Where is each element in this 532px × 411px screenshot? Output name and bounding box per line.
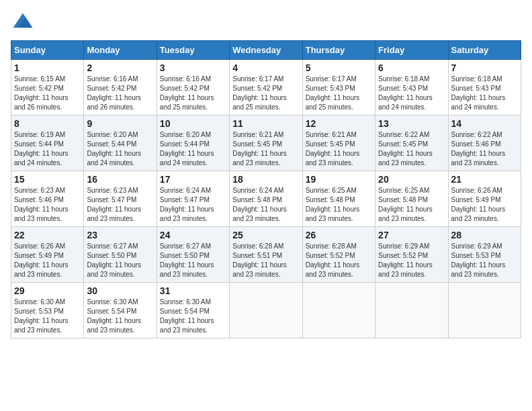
calendar-cell: 30 Sunrise: 6:30 AM Sunset: 5:54 PM Dayl… [84, 283, 157, 338]
day-number: 15 [14, 174, 81, 185]
day-number: 11 [232, 118, 299, 129]
day-info: Sunrise: 6:17 AM Sunset: 5:43 PM Dayligh… [306, 75, 372, 112]
day-info: Sunrise: 6:25 AM Sunset: 5:48 PM Dayligh… [306, 186, 372, 224]
day-info: Sunrise: 6:28 AM Sunset: 5:52 PM Dayligh… [306, 242, 372, 279]
calendar-cell: 5 Sunrise: 6:17 AM Sunset: 5:43 PM Dayli… [302, 60, 375, 116]
day-header-tuesday: Tuesday [157, 41, 229, 60]
day-header-monday: Monday [84, 41, 157, 60]
day-number: 5 [306, 62, 372, 73]
day-info: Sunrise: 6:16 AM Sunset: 5:42 PM Dayligh… [87, 75, 153, 112]
calendar-cell: 8 Sunrise: 6:19 AM Sunset: 5:44 PM Dayli… [11, 116, 84, 171]
day-number: 20 [378, 174, 445, 185]
calendar-cell: 7 Sunrise: 6:18 AM Sunset: 5:43 PM Dayli… [448, 60, 521, 116]
day-number: 16 [87, 174, 153, 185]
day-header-saturday: Saturday [448, 41, 521, 60]
day-info: Sunrise: 6:22 AM Sunset: 5:45 PM Dayligh… [378, 130, 445, 168]
calendar-cell: 16 Sunrise: 6:23 AM Sunset: 5:47 PM Dayl… [84, 171, 157, 227]
calendar-cell: 21 Sunrise: 6:26 AM Sunset: 5:49 PM Dayl… [448, 171, 521, 227]
calendar-cell [375, 283, 448, 338]
calendar-cell: 18 Sunrise: 6:24 AM Sunset: 5:48 PM Dayl… [230, 171, 302, 227]
day-number: 12 [306, 118, 372, 129]
day-info: Sunrise: 6:30 AM Sunset: 5:54 PM Dayligh… [87, 298, 153, 335]
day-info: Sunrise: 6:30 AM Sunset: 5:53 PM Dayligh… [14, 298, 81, 335]
calendar-week-row: 15 Sunrise: 6:23 AM Sunset: 5:46 PM Dayl… [11, 171, 521, 227]
day-number: 17 [160, 174, 226, 185]
day-number: 18 [232, 174, 299, 185]
day-info: Sunrise: 6:15 AM Sunset: 5:42 PM Dayligh… [14, 75, 81, 112]
day-info: Sunrise: 6:27 AM Sunset: 5:50 PM Dayligh… [87, 242, 153, 279]
day-number: 3 [160, 62, 226, 73]
day-number: 25 [232, 230, 299, 240]
calendar-cell: 22 Sunrise: 6:26 AM Sunset: 5:49 PM Dayl… [11, 227, 84, 283]
calendar-cell: 4 Sunrise: 6:17 AM Sunset: 5:42 PM Dayli… [230, 60, 302, 116]
day-number: 6 [378, 62, 445, 73]
day-info: Sunrise: 6:19 AM Sunset: 5:44 PM Dayligh… [14, 130, 81, 168]
calendar-cell: 13 Sunrise: 6:22 AM Sunset: 5:45 PM Dayl… [375, 116, 448, 171]
calendar-header-row: SundayMondayTuesdayWednesdayThursdayFrid… [11, 41, 521, 60]
calendar-cell: 1 Sunrise: 6:15 AM Sunset: 5:42 PM Dayli… [11, 60, 84, 116]
day-info: Sunrise: 6:20 AM Sunset: 5:44 PM Dayligh… [87, 130, 153, 168]
day-number: 4 [232, 62, 299, 73]
calendar-week-row: 22 Sunrise: 6:26 AM Sunset: 5:49 PM Dayl… [11, 227, 521, 283]
calendar-cell: 19 Sunrise: 6:25 AM Sunset: 5:48 PM Dayl… [302, 171, 375, 227]
day-number: 2 [87, 62, 153, 73]
day-info: Sunrise: 6:17 AM Sunset: 5:42 PM Dayligh… [232, 75, 299, 112]
day-number: 10 [160, 118, 226, 129]
day-number: 24 [160, 230, 226, 240]
day-info: Sunrise: 6:30 AM Sunset: 5:54 PM Dayligh… [160, 298, 226, 335]
day-number: 1 [14, 62, 81, 73]
day-info: Sunrise: 6:27 AM Sunset: 5:50 PM Dayligh… [160, 242, 226, 279]
calendar-cell [448, 283, 521, 338]
day-info: Sunrise: 6:20 AM Sunset: 5:44 PM Dayligh… [160, 130, 226, 168]
day-info: Sunrise: 6:22 AM Sunset: 5:46 PM Dayligh… [451, 130, 518, 168]
day-number: 7 [451, 62, 518, 73]
day-number: 13 [378, 118, 445, 129]
calendar-week-row: 8 Sunrise: 6:19 AM Sunset: 5:44 PM Dayli… [11, 116, 521, 171]
calendar-cell: 3 Sunrise: 6:16 AM Sunset: 5:42 PM Dayli… [157, 60, 229, 116]
day-number: 19 [306, 174, 372, 185]
calendar-cell: 25 Sunrise: 6:28 AM Sunset: 5:51 PM Dayl… [230, 227, 302, 283]
day-number: 23 [87, 230, 153, 240]
day-info: Sunrise: 6:16 AM Sunset: 5:42 PM Dayligh… [160, 75, 226, 112]
day-info: Sunrise: 6:18 AM Sunset: 5:43 PM Dayligh… [451, 75, 518, 112]
calendar-cell: 27 Sunrise: 6:29 AM Sunset: 5:52 PM Dayl… [375, 227, 448, 283]
day-info: Sunrise: 6:18 AM Sunset: 5:43 PM Dayligh… [378, 75, 445, 112]
day-info: Sunrise: 6:29 AM Sunset: 5:53 PM Dayligh… [451, 242, 518, 279]
page-header [11, 11, 521, 35]
day-number: 27 [378, 230, 445, 240]
day-number: 31 [160, 285, 226, 296]
calendar-cell: 29 Sunrise: 6:30 AM Sunset: 5:53 PM Dayl… [11, 283, 84, 338]
logo [11, 11, 38, 35]
calendar-cell [302, 283, 375, 338]
day-info: Sunrise: 6:21 AM Sunset: 5:45 PM Dayligh… [306, 130, 372, 168]
day-header-sunday: Sunday [11, 41, 84, 60]
day-number: 22 [14, 230, 81, 240]
day-info: Sunrise: 6:25 AM Sunset: 5:48 PM Dayligh… [378, 186, 445, 224]
day-number: 29 [14, 285, 81, 296]
calendar-week-row: 29 Sunrise: 6:30 AM Sunset: 5:53 PM Dayl… [11, 283, 521, 338]
day-info: Sunrise: 6:28 AM Sunset: 5:51 PM Dayligh… [232, 242, 299, 279]
calendar-cell: 28 Sunrise: 6:29 AM Sunset: 5:53 PM Dayl… [448, 227, 521, 283]
day-number: 26 [306, 230, 372, 240]
day-info: Sunrise: 6:29 AM Sunset: 5:52 PM Dayligh… [378, 242, 445, 279]
calendar-cell: 2 Sunrise: 6:16 AM Sunset: 5:42 PM Dayli… [84, 60, 157, 116]
calendar-cell: 20 Sunrise: 6:25 AM Sunset: 5:48 PM Dayl… [375, 171, 448, 227]
day-number: 9 [87, 118, 153, 129]
calendar-cell: 26 Sunrise: 6:28 AM Sunset: 5:52 PM Dayl… [302, 227, 375, 283]
day-header-wednesday: Wednesday [230, 41, 302, 60]
day-header-friday: Friday [375, 41, 448, 60]
day-info: Sunrise: 6:21 AM Sunset: 5:45 PM Dayligh… [232, 130, 299, 168]
calendar-cell: 12 Sunrise: 6:21 AM Sunset: 5:45 PM Dayl… [302, 116, 375, 171]
calendar-cell: 24 Sunrise: 6:27 AM Sunset: 5:50 PM Dayl… [157, 227, 229, 283]
day-info: Sunrise: 6:26 AM Sunset: 5:49 PM Dayligh… [451, 186, 518, 224]
logo-icon [11, 11, 35, 35]
calendar-table: SundayMondayTuesdayWednesdayThursdayFrid… [11, 40, 521, 338]
calendar-cell: 17 Sunrise: 6:24 AM Sunset: 5:47 PM Dayl… [157, 171, 229, 227]
calendar-cell [230, 283, 302, 338]
calendar-cell: 11 Sunrise: 6:21 AM Sunset: 5:45 PM Dayl… [230, 116, 302, 171]
day-info: Sunrise: 6:24 AM Sunset: 5:47 PM Dayligh… [160, 186, 226, 224]
day-info: Sunrise: 6:23 AM Sunset: 5:47 PM Dayligh… [87, 186, 153, 224]
calendar-cell: 9 Sunrise: 6:20 AM Sunset: 5:44 PM Dayli… [84, 116, 157, 171]
day-info: Sunrise: 6:24 AM Sunset: 5:48 PM Dayligh… [232, 186, 299, 224]
day-number: 14 [451, 118, 518, 129]
